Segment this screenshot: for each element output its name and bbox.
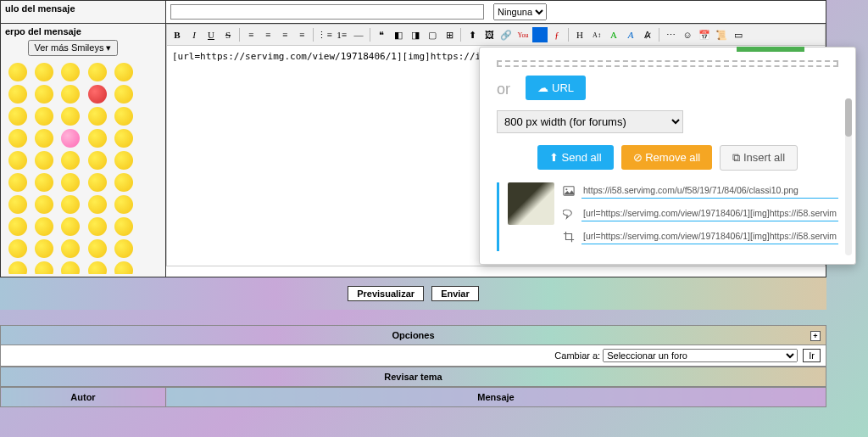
smiley-icon[interactable]	[88, 151, 107, 170]
smiley-icon[interactable]	[61, 173, 80, 192]
smiley-icon[interactable]	[35, 261, 53, 274]
smiley-icon[interactable]	[88, 195, 107, 214]
color-icon[interactable]: A	[606, 27, 621, 42]
remove-all-button[interactable]: ⊘ Remove all	[621, 145, 713, 170]
smiley-icon[interactable]	[35, 129, 53, 148]
flash-icon[interactable]: ƒ	[549, 27, 565, 42]
smiley-icon[interactable]	[88, 239, 107, 258]
emoji-icon[interactable]: ☺	[680, 27, 695, 42]
spoiler-icon[interactable]: ◨	[408, 27, 423, 42]
smiley-icon[interactable]	[8, 217, 27, 236]
table-icon[interactable]: ⊞	[442, 27, 457, 42]
dropzone[interactable]	[497, 60, 838, 67]
smiley-icon[interactable]	[35, 85, 53, 104]
smiley-icon[interactable]	[61, 195, 80, 214]
smiley-icon[interactable]	[88, 129, 107, 148]
smiley-icon[interactable]	[88, 85, 107, 104]
smiley-icon[interactable]	[35, 195, 53, 214]
align-justify-icon[interactable]: ≡	[294, 27, 309, 42]
smiley-icon[interactable]	[8, 85, 27, 104]
smiley-icon[interactable]	[35, 151, 53, 170]
title-input[interactable]	[170, 4, 484, 20]
smiley-icon[interactable]	[114, 107, 133, 126]
smiley-icon[interactable]	[114, 239, 133, 258]
options-section[interactable]: Opciones +	[0, 325, 826, 345]
smiley-icon[interactable]	[35, 63, 53, 81]
bbcode-url-input[interactable]	[581, 205, 838, 221]
smiley-icon[interactable]	[8, 151, 27, 170]
size-icon[interactable]: A↕	[589, 27, 604, 42]
smiley-icon[interactable]	[35, 239, 53, 258]
width-select[interactable]: 800 px width (for forums)	[497, 110, 683, 133]
align-center-icon[interactable]: ≡	[260, 27, 275, 42]
smiley-icon[interactable]	[88, 173, 107, 192]
smiley-icon[interactable]	[61, 261, 80, 274]
smiley-icon[interactable]	[114, 217, 133, 236]
forum-select[interactable]: Seleccionar un foro	[603, 349, 798, 362]
source-icon[interactable]: ▭	[731, 27, 746, 42]
smiley-icon[interactable]	[8, 173, 27, 192]
youtube-icon[interactable]: You	[515, 27, 531, 42]
smiley-icon[interactable]	[114, 85, 133, 104]
underline-icon[interactable]: U	[203, 27, 219, 42]
smiley-icon[interactable]	[88, 261, 107, 274]
send-all-button[interactable]: ⬆ Send all	[537, 145, 614, 170]
url-button[interactable]: ☁URL	[526, 76, 586, 100]
smiley-icon[interactable]	[61, 107, 80, 126]
smiley-icon[interactable]	[61, 63, 80, 81]
link-icon[interactable]: 🔗	[498, 27, 514, 42]
smiley-icon[interactable]	[61, 239, 80, 258]
quote-icon[interactable]: ❝	[374, 27, 389, 42]
smiley-icon[interactable]	[8, 107, 27, 126]
smiley-icon[interactable]	[61, 151, 80, 170]
go-button[interactable]: Ir	[803, 349, 821, 362]
smiley-icon[interactable]	[35, 107, 53, 126]
remove-format-icon[interactable]: A̷	[640, 27, 655, 42]
smiley-icon[interactable]	[114, 129, 133, 148]
smiley-icon[interactable]	[114, 63, 133, 81]
smiley-icon[interactable]	[8, 195, 27, 214]
smiley-icon[interactable]	[35, 173, 53, 192]
scroll-icon[interactable]: 📜	[714, 27, 729, 42]
list-ol-icon[interactable]: 1≡	[334, 27, 349, 42]
direct-url-input[interactable]	[581, 182, 838, 199]
thumb-url-input[interactable]	[581, 228, 838, 244]
smiley-icon[interactable]	[114, 195, 133, 214]
strike-icon[interactable]: S	[220, 27, 236, 42]
italic-icon[interactable]: I	[186, 27, 202, 42]
preview-button[interactable]: Previsualizar	[348, 286, 424, 301]
smiley-icon[interactable]	[35, 217, 53, 236]
align-right-icon[interactable]: ≡	[277, 27, 292, 42]
date-icon[interactable]: 📅	[697, 27, 712, 42]
smiley-icon[interactable]	[114, 173, 133, 192]
smiley-icon[interactable]	[8, 129, 27, 148]
send-button[interactable]: Enviar	[431, 286, 479, 301]
align-left-icon[interactable]: ≡	[243, 27, 259, 42]
smiley-icon[interactable]	[61, 217, 80, 236]
smiley-icon[interactable]	[88, 217, 107, 236]
host-image-icon[interactable]: ⬆	[465, 27, 480, 42]
smiley-icon[interactable]	[8, 63, 27, 81]
list-ul-icon[interactable]: ⋮≡	[317, 27, 332, 42]
expand-icon[interactable]: +	[810, 331, 821, 341]
smiley-icon[interactable]	[88, 107, 107, 126]
smiley-icon[interactable]	[8, 239, 27, 258]
more-smileys-button[interactable]: Ver más Smileys ▾	[28, 40, 119, 56]
code-icon[interactable]: ◧	[391, 27, 406, 42]
hidden-icon[interactable]: ▢	[425, 27, 440, 42]
smiley-icon[interactable]	[8, 261, 27, 274]
smiley-icon[interactable]	[61, 129, 80, 148]
more-icon[interactable]: ⋯	[663, 27, 678, 42]
popup-scrollbar[interactable]	[845, 98, 852, 255]
dailymotion-icon[interactable]	[532, 27, 548, 42]
insert-all-button[interactable]: ⧉ Insert all	[720, 145, 798, 171]
smiley-icon[interactable]	[114, 261, 133, 274]
font-icon[interactable]: A	[623, 27, 638, 42]
smiley-icon[interactable]	[88, 63, 107, 81]
image-icon[interactable]: 🖼	[481, 27, 497, 42]
category-select[interactable]: Ninguna	[493, 3, 547, 20]
bold-icon[interactable]: B	[170, 27, 185, 42]
smiley-icon[interactable]	[61, 85, 80, 104]
hr-icon[interactable]: —	[351, 27, 366, 42]
headers-icon[interactable]: H	[572, 27, 587, 42]
